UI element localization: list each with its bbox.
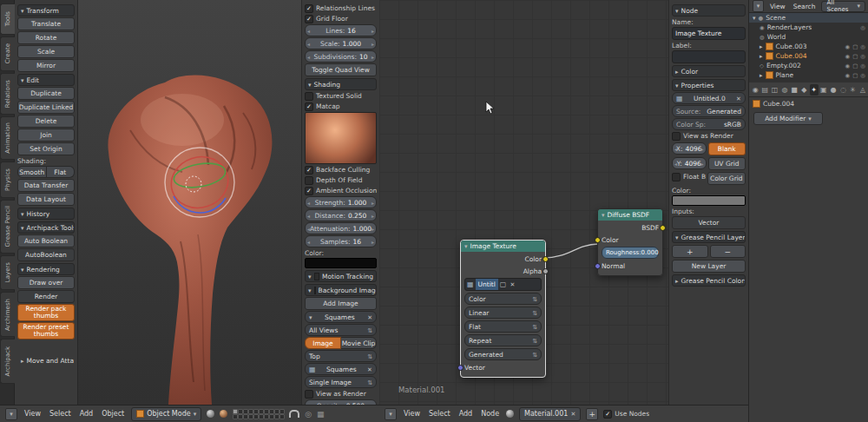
background-images-panel-header[interactable]: Background Images bbox=[305, 284, 377, 296]
snap-magnet-icon[interactable] bbox=[289, 410, 299, 418]
unlink-icon[interactable] bbox=[736, 95, 741, 102]
join-button[interactable]: Join bbox=[17, 129, 75, 142]
outliner-row-empty002[interactable]: ◇Empty.002◉▢◎ bbox=[749, 61, 868, 70]
node-panel-header[interactable]: Node bbox=[672, 4, 746, 16]
select-icon[interactable]: ▢ bbox=[852, 63, 858, 69]
editor-type-icon[interactable] bbox=[385, 408, 397, 420]
outliner-row-scene[interactable]: ●Scene bbox=[749, 13, 868, 23]
mode-dropdown[interactable]: Object Mode bbox=[131, 407, 201, 421]
edit-panel-header[interactable]: Edit bbox=[17, 74, 75, 86]
node-name-field[interactable]: Image Texture bbox=[672, 27, 746, 40]
tab-render-icon[interactable]: ◉ bbox=[751, 84, 760, 96]
eye-icon[interactable]: ◉ bbox=[845, 63, 851, 69]
tab-scene-icon[interactable]: ◫ bbox=[771, 84, 779, 96]
tab-layers[interactable]: Layers bbox=[0, 255, 15, 290]
auto-boolean-button[interactable]: Auto Boolean bbox=[17, 234, 75, 247]
transform-panel-header[interactable]: Transform bbox=[17, 4, 75, 16]
bg-view-as-render-checkbox[interactable]: View as Render bbox=[305, 389, 377, 399]
add-menu[interactable]: Add bbox=[78, 409, 95, 419]
extension-dropdown[interactable]: Repeat bbox=[464, 334, 542, 346]
node-add-menu[interactable]: Add bbox=[457, 409, 475, 419]
editor-type-icon[interactable] bbox=[753, 0, 764, 12]
color-output-socket[interactable] bbox=[542, 256, 549, 262]
tab-particles-icon[interactable]: ✳ bbox=[849, 84, 858, 96]
image-source-dropdown[interactable]: Source:Generated bbox=[672, 105, 746, 117]
source-dropdown[interactable]: Generated bbox=[464, 348, 542, 360]
grease-pencil-colors-header[interactable]: Grease Pencil Colors bbox=[672, 274, 746, 287]
render-preset-thumbs-button[interactable]: Render preset thumbs bbox=[17, 322, 75, 340]
interpolation-dropdown[interactable]: Linear bbox=[464, 307, 542, 319]
ao-distance-field[interactable]: Distance:0.250 bbox=[305, 209, 377, 221]
outliner-row-world[interactable]: ◍World bbox=[749, 32, 868, 42]
tab-tools[interactable]: Tools bbox=[0, 3, 15, 35]
rotate-button[interactable]: Rotate bbox=[17, 31, 75, 44]
projection-dropdown[interactable]: Flat bbox=[464, 320, 542, 333]
toggle-quad-view-button[interactable]: Toggle Quad View bbox=[305, 63, 377, 76]
tab-animation[interactable]: Animation bbox=[0, 116, 15, 160]
unlink-icon[interactable] bbox=[508, 280, 516, 288]
eye-icon[interactable]: ◉ bbox=[845, 53, 851, 60]
bg-placement-dropdown[interactable]: Top bbox=[305, 350, 377, 362]
bg-image-toggle[interactable]: Image bbox=[305, 337, 341, 349]
move-attach-panel-header[interactable]: Move and Attach bbox=[17, 354, 75, 366]
tab-data-icon[interactable]: ▣ bbox=[819, 84, 828, 96]
history-panel-header[interactable]: History bbox=[17, 208, 75, 220]
render-icon[interactable]: ◎ bbox=[860, 43, 865, 50]
render-icon[interactable]: ◎ bbox=[860, 53, 865, 60]
render-pack-thumbs-button[interactable]: Render pack thumbs bbox=[17, 304, 75, 321]
draw-over-button[interactable]: Draw over bbox=[17, 276, 75, 289]
scale-button[interactable]: Scale bbox=[17, 45, 75, 58]
bg-image-datablock[interactable]: Squames bbox=[305, 363, 377, 375]
close-icon[interactable] bbox=[367, 313, 372, 321]
data-layout-button[interactable]: Data Layout bbox=[17, 193, 75, 206]
add-image-button[interactable]: Add Image bbox=[305, 297, 377, 310]
vector-input-button[interactable]: Vector bbox=[672, 216, 746, 229]
shade-flat-button[interactable]: Flat bbox=[47, 166, 76, 178]
object-menu[interactable]: Object bbox=[100, 409, 126, 419]
delete-button[interactable]: Delete bbox=[17, 115, 75, 128]
motion-tracking-panel-header[interactable]: Motion Tracking bbox=[305, 270, 377, 282]
outliner-view-menu[interactable]: View bbox=[768, 2, 787, 11]
node-view-menu[interactable]: View bbox=[402, 409, 422, 419]
image-datablock-selector[interactable]: Untitled.0 bbox=[672, 92, 746, 104]
diffuse-bsdf-node[interactable]: Diffuse BSDF BSDF Color Roughness:0.000 … bbox=[597, 208, 663, 276]
diffuse-bsdf-node-header[interactable]: Diffuse BSDF bbox=[598, 209, 662, 221]
render-button[interactable]: Render bbox=[17, 290, 75, 303]
outliner-row-cube004[interactable]: Cube.004◉▢◎ bbox=[749, 51, 868, 61]
layers-widget[interactable] bbox=[233, 409, 284, 419]
resolution-y-field[interactable]: Y:4096 bbox=[672, 157, 707, 169]
select-icon[interactable]: ▢ bbox=[852, 43, 858, 50]
tab-physics[interactable]: Physics bbox=[0, 162, 15, 198]
eye-icon[interactable]: ◉ bbox=[845, 43, 851, 50]
camera-icon[interactable]: ◎ bbox=[860, 24, 865, 31]
data-transfer-button[interactable]: Data Transfer bbox=[17, 179, 75, 192]
colorspace-dropdown[interactable]: Color Sp:sRGB bbox=[672, 118, 746, 130]
mirror-button[interactable]: Mirror bbox=[17, 59, 75, 72]
node-node-menu[interactable]: Node bbox=[479, 409, 501, 419]
ambient-occlusion-checkbox[interactable]: Ambient Occlusion bbox=[305, 186, 377, 195]
outliner-search-menu[interactable]: Search bbox=[792, 2, 818, 11]
select-icon[interactable]: ▢ bbox=[852, 72, 858, 79]
outliner-row-plane[interactable]: Plane◉▢◎ bbox=[749, 70, 868, 80]
ao-color-swatch[interactable] bbox=[305, 258, 377, 268]
color-mode-dropdown[interactable]: Color bbox=[464, 293, 542, 305]
vector-input-socket[interactable] bbox=[457, 365, 464, 371]
file-icon[interactable] bbox=[498, 280, 509, 288]
autoboolean-button[interactable]: AutoBoolean bbox=[17, 248, 75, 261]
properties-panel-header[interactable]: Properties bbox=[672, 79, 746, 91]
grid-scale-field[interactable]: Scale:1.000 bbox=[305, 37, 377, 49]
tab-material-icon[interactable]: ● bbox=[829, 84, 838, 96]
viewport-shading-icon[interactable] bbox=[207, 410, 214, 418]
tab-world-icon[interactable]: ◍ bbox=[780, 84, 789, 96]
set-origin-button[interactable]: Set Origin bbox=[17, 142, 75, 155]
translate-button[interactable]: Translate bbox=[17, 17, 75, 30]
node-label-field[interactable] bbox=[672, 50, 746, 63]
ao-attenuation-field[interactable]: Attenuation:1.000 bbox=[305, 222, 377, 234]
unlink-icon[interactable] bbox=[570, 410, 575, 418]
bg-source-dropdown[interactable]: Single Image bbox=[305, 376, 377, 388]
matcap-preview[interactable] bbox=[305, 112, 377, 164]
pivot-point-icon[interactable] bbox=[220, 410, 227, 418]
image-texture-node-header[interactable]: Image Texture bbox=[461, 241, 545, 252]
render-icon[interactable]: ◎ bbox=[860, 63, 865, 69]
color-grid-button[interactable]: Color Grid bbox=[707, 172, 746, 185]
